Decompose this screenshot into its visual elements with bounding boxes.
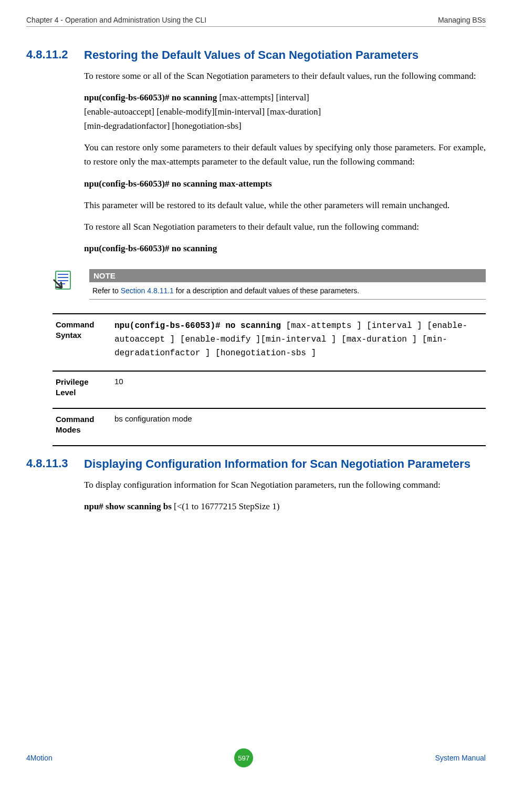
command-block: npu(config-bs-66053)# no scanning [max-a…: [84, 90, 486, 133]
command-args: [max-attempts] [interval]: [217, 92, 309, 102]
command-args: [enable-autoaccept] [enable-modify][min-…: [84, 107, 321, 117]
command-line: npu# show scanning bs [<(1 to 16777215 S…: [84, 499, 486, 513]
note-link[interactable]: Section 4.8.11.1: [121, 286, 174, 295]
table-row: Command Modes bs configuration mode: [53, 408, 486, 446]
table-value: bs configuration mode: [111, 408, 486, 446]
table-label: Privilege Level: [53, 371, 111, 408]
note-content: NOTE Refer to Section 4.8.11.1 for a des…: [89, 269, 486, 300]
header-left: Chapter 4 - Operation and Administration…: [26, 16, 206, 24]
table-value: 10: [111, 371, 486, 408]
section-number: 4.8.11.2: [26, 48, 84, 63]
note-icon: [53, 269, 84, 292]
paragraph: To restore all Scan Negotiation paramete…: [84, 220, 486, 234]
page-footer: 4Motion 597 System Manual: [26, 748, 486, 767]
command-bold: npu(config-bs-66053)# no scanning: [84, 92, 217, 102]
note-header: NOTE: [89, 269, 486, 282]
section-2-body: To display configuration information for…: [84, 478, 486, 513]
table-row: Command Syntax npu(config-bs-66053)# no …: [53, 314, 486, 371]
section-heading-2: 4.8.11.3 Displaying Configuration Inform…: [26, 457, 486, 471]
footer-left: 4Motion: [26, 754, 53, 762]
footer-right: System Manual: [435, 754, 486, 762]
syntax-bold: npu(config-bs-66053)# no scanning: [114, 321, 281, 331]
note-box: NOTE Refer to Section 4.8.11.1 for a des…: [84, 269, 486, 300]
paragraph: This parameter will be restored to its d…: [84, 198, 486, 212]
paragraph: You can restore only some parameters to …: [84, 140, 486, 169]
command-args: [<(1 to 16777215 StepSize 1): [172, 501, 280, 511]
note-body: Refer to Section 4.8.11.1 for a descript…: [89, 282, 486, 300]
note-text-post: for a description and default values of …: [174, 286, 359, 295]
table-row: Privilege Level 10: [53, 371, 486, 408]
section-title: Displaying Configuration Information for…: [84, 457, 486, 471]
command-line: npu(config-bs-66053)# no scanning: [84, 241, 486, 255]
paragraph: To display configuration information for…: [84, 478, 486, 492]
table-label: Command Syntax: [53, 314, 111, 371]
paragraph: To restore some or all of the Scan Negot…: [84, 69, 486, 83]
section-1-body: To restore some or all of the Scan Negot…: [84, 69, 486, 447]
section-heading-1: 4.8.11.2 Restoring the Default Values of…: [26, 48, 486, 63]
note-text-pre: Refer to: [92, 286, 121, 295]
command-bold: npu# show scanning bs: [84, 501, 172, 511]
page-header: Chapter 4 - Operation and Administration…: [26, 16, 486, 27]
command-line: npu(config-bs-66053)# no scanning max-at…: [84, 177, 486, 191]
section-number: 4.8.11.3: [26, 457, 84, 471]
section-title: Restoring the Default Values of Scan Neg…: [84, 48, 486, 63]
table-label: Command Modes: [53, 408, 111, 446]
header-right: Managing BSs: [438, 16, 486, 24]
command-args: [min-degradationfactor] [honegotiation-s…: [84, 121, 242, 131]
command-info-table: Command Syntax npu(config-bs-66053)# no …: [53, 313, 486, 446]
table-value: npu(config-bs-66053)# no scanning [max-a…: [111, 314, 486, 371]
page-number-badge: 597: [234, 748, 253, 767]
